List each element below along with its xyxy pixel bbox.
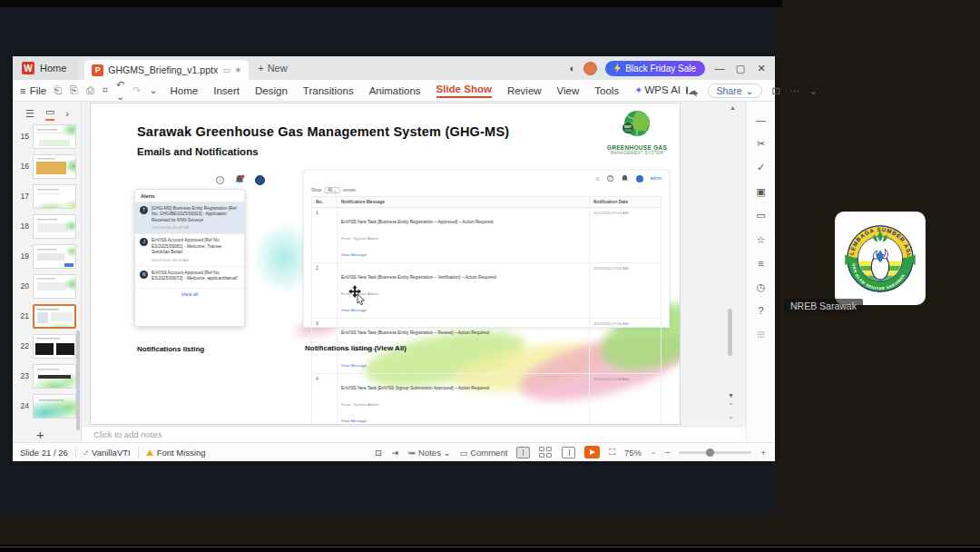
scroll-down-icon[interactable]: ▼ <box>728 392 734 399</box>
slide-sorter-view-button[interactable] <box>539 447 553 458</box>
redo-icon[interactable]: ↷ <box>132 84 141 96</box>
scroll-up-icon[interactable]: ▲ <box>730 104 736 111</box>
slide-thumb-15[interactable]: 15 <box>15 124 81 149</box>
slide-thumbnail[interactable] <box>33 244 76 269</box>
normal-view-button[interactable] <box>516 447 530 458</box>
comment-panel-icon[interactable]: ▭ <box>756 210 765 222</box>
notes-bar[interactable]: Click to add notes <box>82 426 746 442</box>
participant-video-tile[interactable]: LEMBAGA SUMBER ASLI DAN ALAM SEKITAR SAR… <box>835 212 926 305</box>
tab-design[interactable]: Design <box>255 85 288 96</box>
tab-insert[interactable]: Insert <box>213 85 240 96</box>
collapse-sidebar-icon[interactable]: — <box>756 114 766 125</box>
zoom-slider-thumb[interactable] <box>706 448 714 457</box>
info-icon: i <box>216 176 224 184</box>
reading-view-button[interactable] <box>562 447 575 458</box>
tab-wps-ai[interactable]: ✦WPS AI <box>634 84 681 96</box>
search-icon[interactable] <box>686 86 688 94</box>
tab-review[interactable]: Review <box>507 85 542 96</box>
slideshow-play-button[interactable] <box>584 446 600 458</box>
wps-home-tab[interactable]: W Home <box>13 56 79 80</box>
zoom-in-button[interactable]: + <box>760 448 766 458</box>
slide-thumbnail[interactable] <box>33 184 76 209</box>
outline-view-icon[interactable]: ☰ <box>25 108 34 120</box>
ribbon-layout-icon[interactable]: ⊡ <box>771 84 780 97</box>
slide-thumb-22[interactable]: 22 <box>15 334 81 359</box>
zoom-out-button[interactable]: − <box>665 448 671 458</box>
font-missing-label[interactable]: Font Missing <box>157 448 206 458</box>
appearance-icon[interactable]: ◐ <box>570 63 576 74</box>
proofing-label[interactable]: VanillaVTI <box>92 448 131 458</box>
jump-to-icon[interactable]: ⇥ <box>391 448 398 458</box>
comment-toggle[interactable]: ▭ Comment <box>460 448 508 458</box>
settings-sliders-icon[interactable]: ≡ <box>758 258 763 269</box>
more-menu-icon[interactable]: ⋯ <box>789 84 800 97</box>
tab-view[interactable]: View <box>557 85 580 96</box>
tab-tools[interactable]: Tools <box>594 85 619 96</box>
divider <box>75 448 76 458</box>
zoom-caret-icon[interactable]: ⌄ <box>651 448 656 456</box>
slide-thumbnail[interactable] <box>33 124 76 149</box>
restore-button[interactable]: ▢ <box>734 63 747 74</box>
slide-size-icon[interactable]: ⊡ <box>375 448 382 458</box>
print-preview-icon[interactable]: ⌗ <box>103 84 108 96</box>
new-tab-button[interactable]: + New <box>258 63 287 74</box>
add-slide-button[interactable]: + <box>36 427 44 442</box>
slide-thumbnail[interactable] <box>33 304 76 329</box>
slide-thumb-18[interactable]: 18 <box>15 214 81 239</box>
more-commands-icon[interactable]: ⌄ <box>149 84 157 96</box>
user-avatar-icon <box>636 175 643 182</box>
favorites-icon[interactable]: ☆ <box>757 234 766 246</box>
slide-thumb-19[interactable]: 19 <box>15 244 81 269</box>
next-slide-icon[interactable]: ⌄ <box>729 413 734 420</box>
cloud-sync-icon[interactable]: ☁ <box>688 84 699 97</box>
print-icon[interactable]: ⎙ <box>86 84 94 96</box>
tools-icon[interactable]: ✂ <box>757 138 765 150</box>
slide-view-icon[interactable]: ▭ <box>45 106 54 121</box>
previous-slide-icon[interactable]: ⌃ <box>729 402 734 409</box>
panel-scrollbar[interactable] <box>76 330 80 430</box>
slide-thumb-17[interactable]: 17 <box>15 184 81 209</box>
save-icon[interactable]: ⎗ <box>54 84 62 96</box>
close-button[interactable]: ✕ <box>755 63 768 74</box>
tab-slide-show[interactable]: Slide Show <box>436 84 492 98</box>
file-menu[interactable]: ≡ File <box>13 85 54 96</box>
proofing-icon[interactable]: ✓ <box>757 162 765 173</box>
export-icon[interactable]: ⎘ <box>70 84 78 96</box>
zoom-level[interactable]: 75% <box>624 448 642 458</box>
slide-thumb-21-selected[interactable]: 21 <box>15 304 81 329</box>
collapse-ribbon-icon[interactable]: ⌄ <box>809 84 818 97</box>
shapes-icon[interactable]: ▣ <box>756 186 765 198</box>
slide-thumb-20[interactable]: 20 <box>15 274 81 299</box>
proofing-check-icon[interactable]: ⍻ <box>83 447 88 458</box>
slide-thumbnail[interactable] <box>33 154 76 179</box>
history-icon[interactable]: ◷ <box>757 281 766 293</box>
expand-panel-icon[interactable]: › <box>65 108 69 119</box>
share-button[interactable]: Share ⌄ <box>708 84 763 98</box>
apps-grid-icon[interactable]: ⊞ <box>757 329 765 340</box>
slide-thumbnail[interactable] <box>33 394 76 419</box>
fit-slide-icon[interactable]: ⛶ <box>609 447 615 458</box>
slide-canvas[interactable]: Sarawak Greenhouse Gas Management System… <box>90 103 681 425</box>
vertical-scrollbar[interactable] <box>728 309 732 356</box>
account-avatar[interactable] <box>583 62 597 75</box>
tab-animations[interactable]: Animations <box>369 85 421 96</box>
promo-button[interactable]: Black Friday Sale <box>605 61 705 76</box>
minimize-button[interactable]: — <box>713 63 726 74</box>
slide-thumbnail[interactable] <box>33 274 76 299</box>
warning-icon <box>146 449 153 456</box>
slide-thumbnail[interactable] <box>33 214 76 239</box>
slide-thumb-16[interactable]: 16 <box>15 154 81 179</box>
slide-thumb-24[interactable]: 24 <box>15 394 81 419</box>
notes-toggle[interactable]: ≔ Notes ⌄ <box>407 448 451 458</box>
slide-thumb-23[interactable]: 23 <box>15 364 81 389</box>
slide-thumbnail[interactable] <box>33 334 76 359</box>
document-tab[interactable]: P GHGMS_Briefing_v1.pptx ▭ ∗ <box>84 60 249 80</box>
tab-home[interactable]: Home <box>171 85 199 96</box>
zoom-slider[interactable] <box>679 451 751 454</box>
tab-transitions[interactable]: Transitions <box>303 85 354 96</box>
slide-thumbnail[interactable] <box>33 364 76 389</box>
help-icon[interactable]: ? <box>758 305 763 316</box>
tab-window-icon[interactable]: ▭ <box>222 65 230 74</box>
undo-icon[interactable]: ↶ ⌄ <box>116 79 124 103</box>
view-message-link: View Message <box>341 252 367 257</box>
